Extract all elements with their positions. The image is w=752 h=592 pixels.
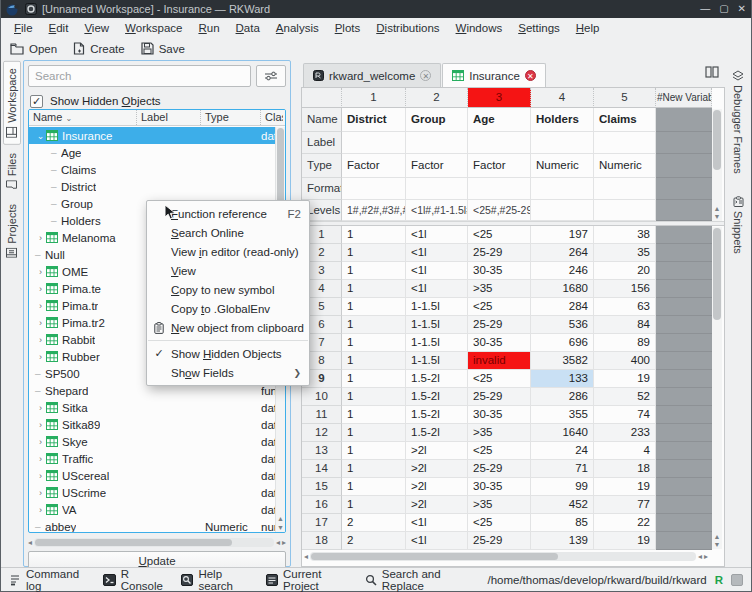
menu-edit[interactable]: Edit (41, 21, 77, 35)
data-cell[interactable]: 1.5-2l (406, 370, 468, 388)
column-header-3[interactable]: 3 (468, 88, 531, 108)
new-variable-cell[interactable] (656, 532, 712, 550)
menu-settings[interactable]: Settings (510, 21, 568, 35)
new-variable-cell[interactable] (656, 244, 712, 262)
expand-icon[interactable]: › (35, 454, 46, 464)
tab-rkward-welcome[interactable]: rkward_welcome ✕ (303, 63, 441, 87)
data-cell[interactable]: 1 (342, 496, 406, 514)
scroll-left-icon[interactable]: ◂ (698, 552, 702, 561)
show-hidden-objects-checkbox[interactable]: ✓ Show Hidden Objects (30, 93, 161, 109)
collapse-icon[interactable]: ⌄ (35, 131, 46, 141)
context-menu-item-show-hidden-objects[interactable]: ✓Show Hidden Objects (147, 344, 309, 363)
data-cell[interactable]: 1 (342, 406, 406, 424)
data-cell[interactable]: 286 (531, 388, 594, 406)
meta-vertical-scrollbar[interactable]: ▲ ▼ (712, 109, 722, 221)
scroll-down-icon[interactable]: ▼ (276, 524, 285, 531)
row-header-18[interactable]: 18 (302, 532, 342, 550)
new-variable-cell[interactable] (656, 262, 712, 280)
meta-cell[interactable]: Factor (342, 154, 406, 178)
statusbar-current-project[interactable]: Current Project (266, 568, 350, 592)
data-cell[interactable]: 99 (531, 478, 594, 496)
expand-icon[interactable]: › (35, 267, 46, 277)
data-cell[interactable]: 1-1.5l (406, 316, 468, 334)
scrollbar-thumb[interactable] (713, 228, 721, 320)
data-cell[interactable]: 1 (342, 316, 406, 334)
data-cell[interactable]: 25-29 (468, 244, 531, 262)
scroll-down-icon[interactable]: ▼ (712, 541, 722, 548)
row-header-11[interactable]: 11 (302, 406, 342, 424)
maximize-button[interactable]: ▢ (719, 4, 728, 14)
column-header-5[interactable]: 5 (594, 88, 656, 108)
data-cell[interactable]: 1640 (531, 424, 594, 442)
scroll-left-icon[interactable]: ◂ (276, 538, 280, 547)
scroll-left-icon[interactable]: ◂ (304, 552, 308, 561)
data-cell[interactable]: 536 (531, 316, 594, 334)
search-input[interactable] (28, 65, 251, 87)
context-menu-item-search-online[interactable]: Search Online (147, 223, 309, 242)
column-header-1[interactable]: 1 (342, 88, 406, 108)
row-header-13[interactable]: 13 (302, 442, 342, 460)
expand-icon[interactable]: › (35, 233, 46, 243)
data-cell[interactable]: >2l (406, 478, 468, 496)
data-cell[interactable]: 1 (342, 334, 406, 352)
statusbar-command-log[interactable]: Command log (9, 568, 88, 592)
meta-cell[interactable] (342, 178, 406, 200)
new-variable-cell[interactable] (656, 388, 712, 406)
meta-cell[interactable] (594, 132, 656, 154)
column-header--New-Variable-[interactable]: #New Variable# (656, 88, 712, 108)
window-menu-icon[interactable] (25, 3, 37, 15)
expand-icon[interactable]: › (35, 284, 46, 294)
data-cell[interactable]: 30-35 (468, 262, 531, 280)
menu-run[interactable]: Run (190, 21, 227, 35)
context-menu-item-copy-to-new-symbol[interactable]: Copy to new symbol (147, 280, 309, 299)
meta-row-header-format[interactable]: Format (302, 178, 342, 200)
data-cell[interactable]: 19 (594, 370, 656, 388)
data-cell[interactable]: <1l (406, 514, 468, 532)
scrollbar-thumb[interactable] (311, 553, 558, 560)
data-cell[interactable]: >35 (468, 496, 531, 514)
context-menu-item-show-fields[interactable]: Show Fields❯ (147, 363, 309, 382)
new-variable-cell[interactable] (656, 132, 712, 154)
data-cell[interactable]: 25-29 (468, 388, 531, 406)
data-cell[interactable]: 133 (531, 370, 594, 388)
context-menu-item-view-in-editor-read-only-[interactable]: View in editor (read-only) (147, 242, 309, 261)
tree-item-va[interactable]: ›VAdata.frame (29, 501, 275, 518)
tree-horizontal-scrollbar[interactable]: ◂ ◂ ▸ (28, 537, 286, 547)
meta-cell[interactable] (531, 132, 594, 154)
expand-icon[interactable]: › (35, 335, 46, 345)
column-header-4[interactable]: 4 (531, 88, 594, 108)
new-variable-cell[interactable] (656, 370, 712, 388)
menu-distributions[interactable]: Distributions (368, 21, 447, 35)
data-cell[interactable]: 74 (594, 406, 656, 424)
dock-tab-files[interactable]: Files (4, 147, 20, 196)
expand-icon[interactable]: › (35, 420, 46, 430)
data-cell[interactable]: 35 (594, 244, 656, 262)
data-cell[interactable]: 2 (342, 532, 406, 550)
meta-cell[interactable] (468, 132, 531, 154)
tree-item-sitka[interactable]: ›Sitkadata.frame (29, 399, 275, 416)
meta-cell[interactable] (406, 178, 468, 200)
new-variable-cell[interactable] (656, 424, 712, 442)
meta-cell[interactable]: Numeric (531, 154, 594, 178)
scroll-up-icon[interactable]: ▲ (712, 205, 722, 212)
data-cell[interactable]: 1 (342, 244, 406, 262)
scrollbar-thumb[interactable] (35, 539, 232, 546)
meta-cell[interactable]: Group (406, 108, 468, 132)
data-cell[interactable]: 18 (594, 460, 656, 478)
data-cell[interactable]: 1 (342, 424, 406, 442)
context-menu-item-copy-to-globalenv[interactable]: Copy to .GlobalEnv (147, 299, 309, 318)
context-menu-item-view[interactable]: View (147, 261, 309, 280)
expand-icon[interactable]: › (35, 301, 46, 311)
data-cell[interactable]: 197 (531, 226, 594, 244)
scroll-right-icon[interactable]: ▸ (704, 552, 708, 561)
data-cell[interactable]: 85 (531, 514, 594, 532)
row-header-14[interactable]: 14 (302, 460, 342, 478)
data-cell[interactable]: 1 (342, 262, 406, 280)
tree-item-abbey[interactable]: –abbeyNumericnumeric (29, 518, 275, 532)
row-header-10[interactable]: 10 (302, 388, 342, 406)
meta-row-header-type[interactable]: Type (302, 154, 342, 178)
minimize-button[interactable]: — (700, 4, 710, 14)
data-cell[interactable]: 3582 (531, 352, 594, 370)
data-cell[interactable]: >2l (406, 442, 468, 460)
meta-row-header-label[interactable]: Label (302, 132, 342, 154)
